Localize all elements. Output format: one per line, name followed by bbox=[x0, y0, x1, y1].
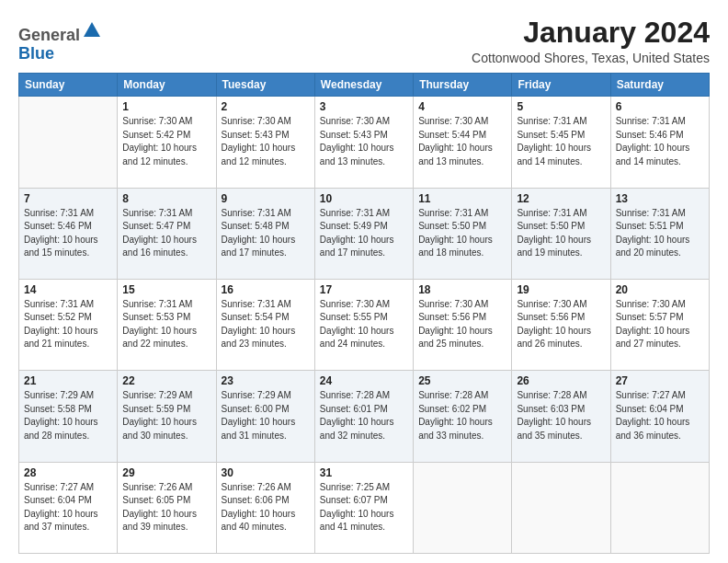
table-row: 31Sunrise: 7:25 AMSunset: 6:07 PMDayligh… bbox=[314, 462, 413, 553]
day-info: Sunrise: 7:30 AMSunset: 5:56 PMDaylight:… bbox=[418, 298, 506, 351]
table-row: 26Sunrise: 7:28 AMSunset: 6:03 PMDayligh… bbox=[512, 371, 610, 462]
table-row: 11Sunrise: 7:31 AMSunset: 5:50 PMDayligh… bbox=[414, 188, 512, 279]
day-info: Sunrise: 7:31 AMSunset: 5:52 PMDaylight:… bbox=[24, 298, 112, 351]
day-number: 7 bbox=[24, 192, 112, 205]
logo-blue-text: Blue bbox=[18, 44, 54, 63]
day-number: 2 bbox=[222, 100, 310, 113]
day-number: 29 bbox=[122, 466, 210, 479]
table-row: 28Sunrise: 7:27 AMSunset: 6:04 PMDayligh… bbox=[19, 462, 118, 553]
table-row: 10Sunrise: 7:31 AMSunset: 5:49 PMDayligh… bbox=[314, 188, 413, 279]
day-info: Sunrise: 7:28 AMSunset: 6:03 PMDaylight:… bbox=[517, 389, 605, 442]
table-row: 19Sunrise: 7:30 AMSunset: 5:56 PMDayligh… bbox=[512, 279, 610, 370]
col-wednesday: Wednesday bbox=[314, 74, 413, 97]
table-row: 23Sunrise: 7:29 AMSunset: 6:00 PMDayligh… bbox=[216, 371, 314, 462]
table-row: 13Sunrise: 7:31 AMSunset: 5:51 PMDayligh… bbox=[610, 188, 709, 279]
day-info: Sunrise: 7:31 AMSunset: 5:50 PMDaylight:… bbox=[517, 207, 605, 260]
day-info: Sunrise: 7:30 AMSunset: 5:42 PMDaylight:… bbox=[122, 115, 210, 168]
day-number: 8 bbox=[122, 192, 210, 205]
day-number: 16 bbox=[222, 283, 310, 296]
day-info: Sunrise: 7:29 AMSunset: 5:59 PMDaylight:… bbox=[122, 389, 210, 442]
day-info: Sunrise: 7:30 AMSunset: 5:43 PMDaylight:… bbox=[320, 115, 408, 168]
header: General Blue January 2024 Cottonwood Sho… bbox=[18, 17, 710, 65]
day-number: 11 bbox=[418, 192, 506, 205]
day-number: 31 bbox=[320, 466, 408, 479]
table-row: 1Sunrise: 7:30 AMSunset: 5:42 PMDaylight… bbox=[118, 97, 216, 188]
calendar-table: Sunday Monday Tuesday Wednesday Thursday… bbox=[18, 73, 710, 554]
day-number: 3 bbox=[320, 100, 408, 113]
day-number: 21 bbox=[24, 374, 112, 387]
calendar-header-row: Sunday Monday Tuesday Wednesday Thursday… bbox=[19, 74, 710, 97]
day-number: 1 bbox=[122, 100, 210, 113]
col-saturday: Saturday bbox=[610, 74, 709, 97]
day-number: 15 bbox=[122, 283, 210, 296]
logo-general-text: General bbox=[18, 26, 80, 44]
table-row bbox=[512, 462, 610, 553]
day-number: 25 bbox=[418, 374, 506, 387]
table-row: 24Sunrise: 7:28 AMSunset: 6:01 PMDayligh… bbox=[314, 371, 413, 462]
day-info: Sunrise: 7:26 AMSunset: 6:05 PMDaylight:… bbox=[122, 481, 210, 534]
table-row: 4Sunrise: 7:30 AMSunset: 5:44 PMDaylight… bbox=[414, 97, 512, 188]
table-row: 5Sunrise: 7:31 AMSunset: 5:45 PMDaylight… bbox=[512, 97, 610, 188]
day-info: Sunrise: 7:31 AMSunset: 5:48 PMDaylight:… bbox=[222, 207, 310, 260]
calendar-week-row: 7Sunrise: 7:31 AMSunset: 5:46 PMDaylight… bbox=[19, 188, 710, 279]
day-info: Sunrise: 7:31 AMSunset: 5:46 PMDaylight:… bbox=[616, 115, 704, 168]
day-number: 5 bbox=[517, 100, 605, 113]
day-number: 20 bbox=[616, 283, 704, 296]
day-number: 26 bbox=[517, 374, 605, 387]
col-thursday: Thursday bbox=[414, 74, 512, 97]
table-row: 3Sunrise: 7:30 AMSunset: 5:43 PMDaylight… bbox=[314, 97, 413, 188]
table-row: 21Sunrise: 7:29 AMSunset: 5:58 PMDayligh… bbox=[19, 371, 118, 462]
calendar-page: General Blue January 2024 Cottonwood Sho… bbox=[0, 0, 728, 563]
day-number: 17 bbox=[320, 283, 408, 296]
col-friday: Friday bbox=[512, 74, 610, 97]
day-info: Sunrise: 7:30 AMSunset: 5:44 PMDaylight:… bbox=[418, 115, 506, 168]
day-number: 10 bbox=[320, 192, 408, 205]
table-row: 29Sunrise: 7:26 AMSunset: 6:05 PMDayligh… bbox=[118, 462, 216, 553]
table-row: 18Sunrise: 7:30 AMSunset: 5:56 PMDayligh… bbox=[414, 279, 512, 370]
calendar-week-row: 1Sunrise: 7:30 AMSunset: 5:42 PMDaylight… bbox=[19, 97, 710, 188]
day-number: 18 bbox=[418, 283, 506, 296]
logo-icon bbox=[82, 20, 102, 40]
day-info: Sunrise: 7:30 AMSunset: 5:43 PMDaylight:… bbox=[222, 115, 310, 168]
day-number: 23 bbox=[222, 374, 310, 387]
day-info: Sunrise: 7:31 AMSunset: 5:46 PMDaylight:… bbox=[24, 207, 112, 260]
day-info: Sunrise: 7:25 AMSunset: 6:07 PMDaylight:… bbox=[320, 481, 408, 534]
table-row: 12Sunrise: 7:31 AMSunset: 5:50 PMDayligh… bbox=[512, 188, 610, 279]
day-info: Sunrise: 7:31 AMSunset: 5:45 PMDaylight:… bbox=[517, 115, 605, 168]
table-row: 25Sunrise: 7:28 AMSunset: 6:02 PMDayligh… bbox=[414, 371, 512, 462]
day-number: 19 bbox=[517, 283, 605, 296]
table-row: 17Sunrise: 7:30 AMSunset: 5:55 PMDayligh… bbox=[314, 279, 413, 370]
day-info: Sunrise: 7:31 AMSunset: 5:53 PMDaylight:… bbox=[122, 298, 210, 351]
col-sunday: Sunday bbox=[19, 74, 118, 97]
table-row: 16Sunrise: 7:31 AMSunset: 5:54 PMDayligh… bbox=[216, 279, 314, 370]
logo: General Blue bbox=[18, 20, 102, 63]
day-info: Sunrise: 7:28 AMSunset: 6:02 PMDaylight:… bbox=[418, 389, 506, 442]
table-row: 20Sunrise: 7:30 AMSunset: 5:57 PMDayligh… bbox=[610, 279, 709, 370]
table-row: 15Sunrise: 7:31 AMSunset: 5:53 PMDayligh… bbox=[118, 279, 216, 370]
day-number: 6 bbox=[616, 100, 704, 113]
table-row: 2Sunrise: 7:30 AMSunset: 5:43 PMDaylight… bbox=[216, 97, 314, 188]
day-info: Sunrise: 7:31 AMSunset: 5:54 PMDaylight:… bbox=[222, 298, 310, 351]
day-number: 30 bbox=[222, 466, 310, 479]
day-info: Sunrise: 7:28 AMSunset: 6:01 PMDaylight:… bbox=[320, 389, 408, 442]
calendar-week-row: 14Sunrise: 7:31 AMSunset: 5:52 PMDayligh… bbox=[19, 279, 710, 370]
calendar-week-row: 28Sunrise: 7:27 AMSunset: 6:04 PMDayligh… bbox=[19, 462, 710, 553]
day-number: 14 bbox=[24, 283, 112, 296]
day-number: 28 bbox=[24, 466, 112, 479]
day-info: Sunrise: 7:27 AMSunset: 6:04 PMDaylight:… bbox=[616, 389, 704, 442]
day-number: 4 bbox=[418, 100, 506, 113]
table-row bbox=[414, 462, 512, 553]
location: Cottonwood Shores, Texas, United States bbox=[472, 51, 710, 65]
day-info: Sunrise: 7:31 AMSunset: 5:49 PMDaylight:… bbox=[320, 207, 408, 260]
calendar-week-row: 21Sunrise: 7:29 AMSunset: 5:58 PMDayligh… bbox=[19, 371, 710, 462]
table-row: 22Sunrise: 7:29 AMSunset: 5:59 PMDayligh… bbox=[118, 371, 216, 462]
col-tuesday: Tuesday bbox=[216, 74, 314, 97]
day-number: 22 bbox=[122, 374, 210, 387]
table-row: 9Sunrise: 7:31 AMSunset: 5:48 PMDaylight… bbox=[216, 188, 314, 279]
table-row bbox=[610, 462, 709, 553]
day-info: Sunrise: 7:30 AMSunset: 5:55 PMDaylight:… bbox=[320, 298, 408, 351]
month-title: January 2024 bbox=[472, 17, 710, 49]
table-row: 7Sunrise: 7:31 AMSunset: 5:46 PMDaylight… bbox=[19, 188, 118, 279]
day-info: Sunrise: 7:29 AMSunset: 6:00 PMDaylight:… bbox=[222, 389, 310, 442]
table-row: 27Sunrise: 7:27 AMSunset: 6:04 PMDayligh… bbox=[610, 371, 709, 462]
